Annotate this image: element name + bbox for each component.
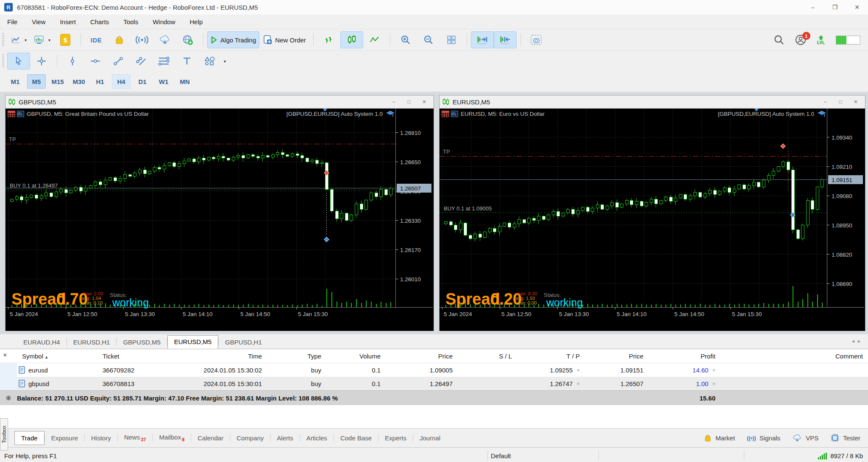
close-position-icon[interactable]: × <box>712 367 715 373</box>
vps-button[interactable] <box>153 31 176 48</box>
cursor-tool-button[interactable] <box>7 53 30 70</box>
new-order-button[interactable]: New Order <box>259 31 309 48</box>
chart-tab-gbpusd-m5[interactable]: GBPUSD,M5 <box>117 336 167 349</box>
screenshot-button[interactable] <box>525 31 548 48</box>
menu-item-insert[interactable]: Insert <box>53 14 83 29</box>
vline-tool-button[interactable] <box>61 53 84 70</box>
column-header-tp[interactable]: T / P <box>517 353 585 360</box>
menu-item-window[interactable]: Window <box>145 14 182 29</box>
text-tool-button[interactable] <box>175 53 198 70</box>
timeframe-mn[interactable]: MN <box>175 74 194 89</box>
chart-tab-gbpusd-h1[interactable]: GBPUSD,H1 <box>219 336 268 349</box>
chart-shift-button[interactable] <box>494 31 517 48</box>
toolbox-tab-code-base[interactable]: Code Base <box>334 431 378 445</box>
toolbox-tab-mailbox[interactable]: Mailbox8 <box>153 431 191 445</box>
toolbox-tab-company[interactable]: Company <box>230 431 270 445</box>
column-header-ticket[interactable]: Ticket <box>97 353 182 360</box>
service-market[interactable]: Market <box>704 434 735 442</box>
remove-tp-icon[interactable]: × <box>576 367 580 373</box>
toolbox-tab-news[interactable]: News37 <box>118 431 153 445</box>
column-header-price[interactable]: Price <box>386 353 458 360</box>
timeframe-m15[interactable]: M15 <box>48 74 67 89</box>
mini-chart-icon[interactable] <box>451 111 458 117</box>
ea-label[interactable]: [GBPUSD,EURUSD] Auto System 1.0 <box>718 111 814 117</box>
auto-scroll-button[interactable] <box>471 31 494 48</box>
object-list-icon[interactable] <box>442 111 449 117</box>
chart-tab-eurusd-m5[interactable]: EURUSD,M5 <box>167 335 218 349</box>
timeframe-m1[interactable]: M1 <box>6 74 25 89</box>
column-header-sl[interactable]: S / L <box>458 353 517 360</box>
notifications-button[interactable]: 1 <box>795 34 806 45</box>
column-header-volume[interactable]: Volume <box>326 353 386 360</box>
service-signals[interactable]: ((•))Signals <box>747 434 780 442</box>
metaeditor-button[interactable]: IDE <box>85 31 108 48</box>
chevron-down-icon[interactable]: ▾ <box>224 59 226 64</box>
column-header-type[interactable]: Type <box>267 353 326 360</box>
object-list-icon[interactable] <box>8 111 15 117</box>
crosshair-tool-button[interactable] <box>30 53 53 70</box>
toolbox-tab-trade[interactable]: Trade <box>14 431 45 445</box>
toolbox-tab-exposure[interactable]: Exposure <box>45 431 84 445</box>
timeframe-h4[interactable]: H4 <box>112 74 131 89</box>
lvl-indicator[interactable]: LVL <box>817 35 825 45</box>
market-button[interactable] <box>108 31 131 48</box>
minimize-button[interactable]: – <box>818 97 832 106</box>
timeframe-m30[interactable]: M30 <box>70 74 88 89</box>
position-row-eurusd[interactable]: eurusd3667092822024.01.05 15:30:02buy0.1… <box>0 363 868 377</box>
tile-windows-button[interactable] <box>440 31 463 48</box>
toolbar-grip[interactable] <box>2 33 4 47</box>
close-button[interactable]: ✕ <box>849 97 862 106</box>
mini-chart-icon[interactable] <box>17 111 24 117</box>
service-tester[interactable]: Tester <box>830 433 860 442</box>
timeframe-d1[interactable]: D1 <box>133 74 152 89</box>
menu-item-view[interactable]: View <box>25 14 53 29</box>
tab-scroll-arrows[interactable]: ◂▸ <box>852 338 864 344</box>
algo-trading-button[interactable]: Algo Trading <box>207 31 259 48</box>
zoom-in-button[interactable] <box>394 31 417 48</box>
timeframe-w1[interactable]: W1 <box>154 74 173 89</box>
column-header-price[interactable]: Price <box>585 353 648 360</box>
menu-item-charts[interactable]: Charts <box>83 14 116 29</box>
column-header-comment[interactable]: Comment <box>721 353 868 360</box>
close-position-icon[interactable]: × <box>712 381 715 387</box>
chart-canvas[interactable]: 1.093401.092101.090801.089501.088201.086… <box>440 109 864 331</box>
column-header-time[interactable]: Time <box>182 353 267 360</box>
toolbox-tab-alerts[interactable]: Alerts <box>270 431 299 445</box>
ea-label[interactable]: [GBPUSD,EURUSD] Auto System 1.0 <box>287 111 383 117</box>
toolbox-tab-history[interactable]: History <box>85 431 117 445</box>
expand-icon[interactable]: ⊕ <box>0 394 17 402</box>
chart-tab-eurusd-h1[interactable]: EURUSD,H1 <box>67 336 117 349</box>
menu-item-file[interactable]: File <box>0 14 25 29</box>
toolbox-tab-articles[interactable]: Articles <box>300 431 334 445</box>
fibo-tool-button[interactable] <box>153 53 175 70</box>
chart-window-titlebar[interactable]: EURUSD,M5–□✕ <box>440 95 865 109</box>
trendline-tool-button[interactable] <box>107 53 130 70</box>
toolbox-tab-calendar[interactable]: Calendar <box>191 431 230 445</box>
hline-tool-button[interactable] <box>84 53 107 70</box>
profile-name[interactable]: Default <box>491 452 511 459</box>
toolbox-side-tab[interactable]: Toolbox <box>0 418 8 451</box>
candles-mode-button[interactable] <box>340 31 363 48</box>
zoom-out-button[interactable] <box>417 31 440 48</box>
shapes-tool-button[interactable] <box>198 53 221 70</box>
expert-hat-icon[interactable] <box>386 111 395 117</box>
toolbox-tab-journal[interactable]: Journal <box>413 431 447 445</box>
timeframe-m5[interactable]: M5 <box>27 74 46 89</box>
chart-window-titlebar[interactable]: GBPUSD,M5–□✕ <box>6 95 434 109</box>
toolbox-tab-experts[interactable]: Experts <box>378 431 413 445</box>
minimize-button[interactable]: – <box>802 0 824 14</box>
menu-item-tools[interactable]: Tools <box>116 14 145 29</box>
line-mode-button[interactable] <box>363 31 386 48</box>
remove-tp-icon[interactable]: × <box>576 381 580 387</box>
menu-item-help[interactable]: Help <box>183 14 210 29</box>
chart-canvas[interactable]: 1.268101.266501.264901.263301.261701.260… <box>6 109 433 331</box>
deposit-button[interactable]: $ <box>54 31 77 48</box>
bars-mode-button[interactable] <box>317 31 340 48</box>
chart-tab-euraud-h4[interactable]: EURAUD,H4 <box>17 336 67 349</box>
maximize-button[interactable]: □ <box>834 97 847 106</box>
column-header-profit[interactable]: Profit <box>648 353 721 360</box>
search-icon[interactable] <box>774 35 784 45</box>
close-panel-icon[interactable]: ✕ <box>2 352 8 358</box>
channel-tool-button[interactable] <box>130 53 153 70</box>
expert-hat-icon[interactable] <box>818 111 826 117</box>
